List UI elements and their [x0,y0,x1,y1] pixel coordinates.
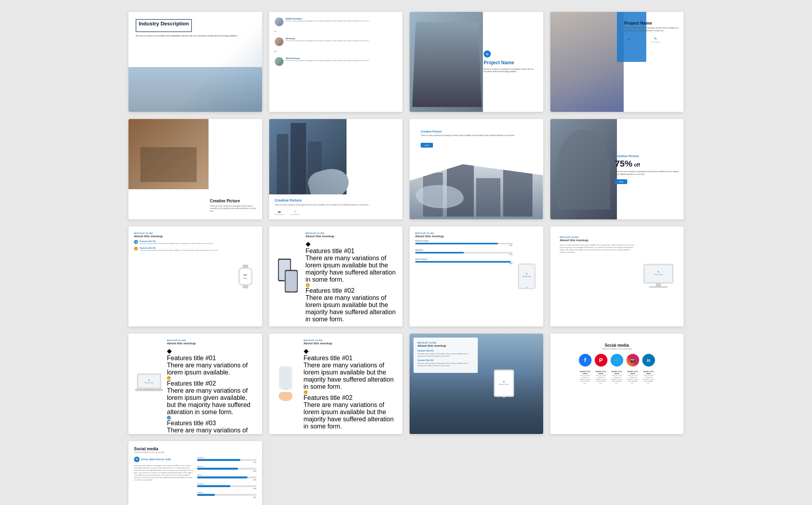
bar-fill-fb [197,459,240,461]
slide-9: MOCKUP SLIDE About this mockup ◆ Feature… [128,227,262,326]
slide-grid: Industry Description We are on mission t… [128,12,684,505]
bar-pct-fb: 73% [197,461,256,463]
photo-bg-4 [550,12,624,112]
svg-text:G: G [503,380,505,383]
slide4-icon-2: ♪ Lorem Ipsum [638,36,647,43]
slide9-device: BG Watch [235,232,257,321]
feat-desc-13-2: There are many variations of lorem ipsum… [167,387,257,416]
slide9-title: About this mockup [134,234,232,238]
slide14-right: MOCKUP SLIDE About this mockup ◆ Feature… [301,339,397,428]
fb-desc: There are many variations of passages of… [579,374,592,384]
slide12-device: G Business Graph [638,232,678,321]
feat-desc-14-1: There are many variations of lorem ipsum… [304,362,397,390]
slide7-more-btn[interactable]: more [421,143,433,148]
bar-track-fb [197,459,256,461]
slide11-left: MOCKUP SLIDE About this mockup Mobile De… [415,232,516,321]
feat-desc-10-2: There are many variations of lorem ipsum… [306,294,397,323]
slide-12: MOCKUP SLIDE About this mockup There are… [550,227,684,326]
social-label-pi: INSERT TITLE HERE There are many variati… [595,371,607,384]
laptop-icon: G Business Graph [135,373,163,395]
off-text: off [634,162,640,168]
pi-label: INSERT TITLE HERE [595,371,607,374]
music-icon-6: ♪ [294,209,296,213]
slide-3: G Project Name We are on mission to revo… [410,12,543,112]
profile-text-2: Marketing There are many variations of p… [286,37,370,42]
slide8-title: Creative Picture [615,154,679,158]
svg-rect-35 [495,371,513,396]
slide-15: MOCKUP SLIDE About this mockup Content T… [410,334,543,434]
discount-value: 75% [615,159,632,168]
slide14-title: About this mockup [304,342,397,345]
slide17-logo-row: G SOCIAL MEDIA SPECIAL SLIDE [134,457,193,462]
feat-text-13-2: Features title #02 There are many variat… [167,380,257,416]
feat-warn-icon-1: ⚠ [134,247,138,251]
g-logo-17: G [134,457,140,462]
progress-3: Web Developer 98% [415,258,513,265]
bar-label-tw: Twitter [197,474,256,476]
linkedin-circle: in [642,354,655,367]
slide3-project-desc: We are on mission to revolution the hosp… [484,68,538,74]
slide-7: Creative Picture There are many variatio… [410,119,543,219]
photo-bg-8 [550,119,617,219]
slide-6: Creative Picture There are many variatio… [269,119,403,219]
feat-title-10-1: Features title #01 [306,248,397,255]
photo-area-5 [128,119,209,189]
slide10-feature-1: ◆ Features title #01 There are many vari… [306,240,397,283]
slide-5: Creative Picture There are many variatio… [128,119,262,219]
bar-fb: Facebook 73% [197,457,256,463]
slide4-icons: ☁ Lorem Ipsum ♪ Lorem Ipsum ✎ Lorem Ipsu… [624,36,679,43]
pi-desc: There are many variations of passages of… [595,374,607,384]
slide6-icon-1: ☁ Lorem Ipsum [275,209,284,215]
bar-track-li [197,494,256,496]
ig-label: INSERT TITLE HERE [626,371,639,374]
icon-label-6-2: Lorem Ipsum [290,213,299,215]
slide17-title: Social media [134,447,257,451]
tw-desc: There are many variations of passages of… [611,374,623,384]
music-icon-4: ♪ [641,36,643,41]
slide5-desc: There are many variations of passages of… [210,205,258,213]
bar-track-tw [197,476,256,478]
slide11-device: G Business Graph [516,232,538,321]
slide17-body: There are many variations of passages of… [134,465,193,481]
feat-title-13-2: Features title #02 [167,380,257,387]
slide14-feature-2: ⚠ Features title #02 There are many vari… [304,390,397,430]
progress-pct-3: 98% [415,263,513,265]
icon-label-4-2: Lorem Ipsum [638,41,647,43]
progress-pct-1: 85% [415,244,513,246]
slide-8: Creative Picture 75% off There are many … [550,119,684,219]
icon-label-4-1: Lorem Ipsum [624,41,633,43]
social-label-tw: INSERT TITLE HERE There are many variati… [611,371,623,384]
slide8-more-btn[interactable]: more [615,179,627,184]
li-label: INSERT TITLE HERE [642,371,655,374]
slide4-icon-1: ☁ Lorem Ipsum [624,36,633,43]
svg-rect-10 [285,271,297,291]
pinterest-circle: P [595,354,607,367]
profile-item-1: Mobile Developer There are many variatio… [275,17,397,26]
slide10-right: MOCKUP SLIDE About this mockup ◆ Feature… [303,232,397,321]
feat-desc-1: There are many variations of lorem ipsum… [140,242,214,245]
profile-text-3: Web Developer There are many variations … [286,57,370,62]
slide13-feature-3: ♪ Features title #03 There are many vari… [167,416,257,434]
bar-li: LinkedIn 30% [197,492,256,498]
slide6-bottom: Creative Picture There are many variatio… [269,194,403,219]
feat-title-10-2: Features title #02 [306,287,397,294]
svg-text:G: G [148,379,150,381]
feat-text-2: Features title #02 There are many variat… [140,247,218,252]
progress-pct-2: 50% [415,253,513,255]
progress-label-3: Web Developer [415,258,513,260]
feat-text-13-3: Features title #03 There are many variat… [167,420,257,434]
feat-title-13-3: Features title #03 [167,420,257,427]
slide-2: Mobile Developer There are many variatio… [269,12,403,112]
bar-fill-ig [197,485,230,487]
progress-1: Mobile Developer 85% [415,240,513,246]
industry-subtitle: We are on mission to revolution the hosp… [136,35,255,38]
slide16-subtitle: Type the subtitle of your great idea [560,348,674,350]
slide17-content-row: G SOCIAL MEDIA SPECIAL SLIDE There are m… [134,457,257,500]
facebook-circle: f [579,354,592,367]
bar-fill-tw [197,476,247,478]
slide4-icon-3: ✎ Lorem Ipsum [651,36,660,43]
bar-ig: Instagram 56% [197,483,256,490]
feat-text-10-2: Features title #02 There are many variat… [306,287,397,323]
profile-desc-1: There are many variations of passages of… [286,20,370,22]
slide15-card: MOCKUP SLIDE About this mockup Content T… [414,338,478,373]
